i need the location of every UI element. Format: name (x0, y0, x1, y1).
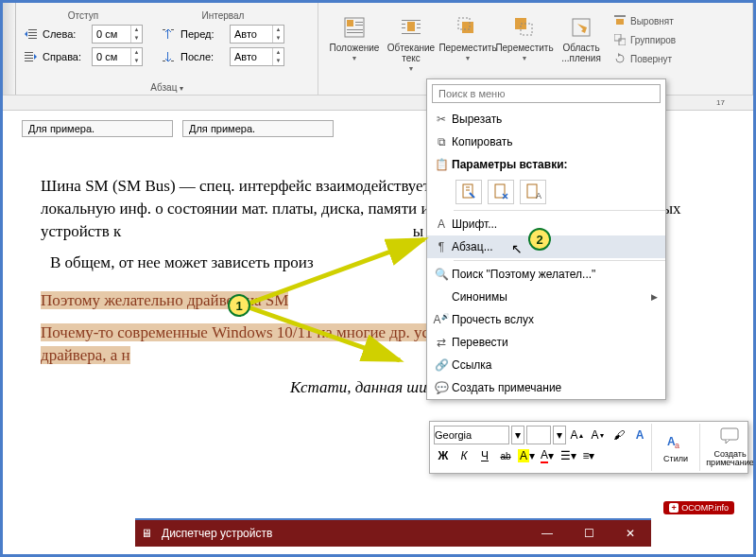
selected-text[interactable]: Поэтому желательно драйвер на SM (41, 291, 288, 309)
svg-rect-11 (167, 52, 168, 61)
styles-button[interactable]: Aa Стили (652, 424, 699, 471)
ctx-read-aloud[interactable]: A🔊 Прочесть вслух (427, 308, 665, 331)
separator (454, 210, 665, 211)
svg-rect-26 (402, 33, 421, 34)
group-button[interactable]: Группиров (610, 31, 679, 48)
svg-rect-22 (402, 24, 405, 25)
spacing-after-label: После: (180, 51, 226, 62)
spin-down-icon[interactable]: ▼ (273, 57, 284, 65)
link-icon: 🔗 (431, 358, 452, 372)
context-menu-search-input[interactable] (432, 84, 661, 103)
dropdown-icon: ▼ (408, 65, 415, 72)
spacing-before-spinner[interactable]: ▲▼ (230, 25, 284, 44)
spacing-after-icon (162, 49, 177, 64)
ctx-link[interactable]: 🔗 Ссылка (427, 354, 665, 376)
decrease-font-button[interactable]: A▼ (589, 426, 608, 444)
spacing-after-spinner[interactable]: ▲▼ (230, 47, 284, 66)
spin-up-icon[interactable]: ▲ (131, 48, 142, 57)
paste-text-only[interactable]: A (520, 180, 546, 204)
indent-right-spinner[interactable]: ▲▼ (92, 47, 143, 66)
paste-merge-formatting[interactable] (488, 180, 514, 204)
device-manager-title: Диспетчер устройств (158, 527, 526, 540)
spin-down-icon[interactable]: ▼ (273, 34, 284, 43)
spacing-before-label: Перед: (180, 28, 226, 40)
format-painter-button[interactable]: 🖌 (610, 426, 628, 444)
ctx-search-selection[interactable]: 🔍 Поиск "Поэтому желател..." (427, 263, 665, 286)
indent-right-input[interactable] (93, 51, 130, 62)
svg-rect-21 (402, 20, 421, 21)
ctx-synonyms[interactable]: Синонимы ▶ (427, 286, 665, 308)
increase-font-button[interactable]: A▲ (568, 426, 587, 444)
dropdown-icon[interactable]: ▾ (511, 426, 524, 444)
table-cell[interactable]: Для примера. (182, 120, 334, 137)
separator (454, 260, 665, 261)
minimize-button[interactable]: — (526, 519, 568, 548)
strike-button[interactable]: ab (496, 446, 515, 465)
spin-up-icon[interactable]: ▲ (273, 48, 284, 57)
svg-rect-24 (402, 27, 405, 28)
svg-rect-0 (28, 29, 37, 30)
dropdown-icon[interactable]: ▾ (553, 426, 566, 444)
italic-button[interactable]: К (455, 446, 473, 465)
spacing-before-input[interactable] (231, 28, 272, 40)
paragraph-icon: ¶ (431, 240, 452, 253)
read-aloud-icon: A🔊 (431, 313, 452, 326)
ctx-new-comment[interactable]: 💬 Создать примечание (427, 376, 665, 399)
svg-rect-15 (347, 20, 353, 26)
svg-rect-1 (28, 32, 37, 33)
paragraph-group-label[interactable]: Абзац (16, 82, 318, 93)
spin-down-icon[interactable]: ▼ (131, 34, 142, 43)
translate-icon: ⇄ (431, 336, 452, 349)
svg-rect-37 (495, 184, 505, 198)
position-icon (341, 14, 368, 41)
group-icon (613, 33, 627, 46)
indent-left-label: Слева: (43, 28, 88, 40)
indent-left-spinner[interactable]: ▲▼ (92, 25, 143, 44)
ctx-copy[interactable]: ⧉ Копировать (427, 131, 665, 153)
svg-rect-13 (171, 61, 174, 61)
clear-formatting-button[interactable]: A (630, 426, 649, 444)
spin-up-icon[interactable]: ▲ (131, 26, 142, 34)
font-name-input[interactable] (434, 426, 509, 444)
font-size-input[interactable] (526, 426, 551, 444)
spacing-after-input[interactable] (231, 51, 272, 62)
svg-rect-44 (721, 428, 738, 440)
text-wrap-icon (398, 14, 424, 41)
position-button[interactable]: Положение▼ (326, 10, 383, 95)
rotate-button[interactable]: Повернут (610, 50, 679, 67)
indent-right-icon (24, 49, 39, 64)
annotation-badge-2: 2 (528, 228, 551, 251)
spin-up-icon[interactable]: ▲ (273, 26, 284, 34)
ctx-translate[interactable]: ⇄ Перевести (427, 331, 665, 354)
svg-rect-27 (462, 22, 473, 33)
ctx-cut[interactable]: ✂ Вырезать (427, 108, 665, 131)
bullets-button[interactable]: ☰▾ (558, 446, 577, 465)
bold-button[interactable]: Ж (434, 446, 453, 465)
align-button[interactable]: Выровнят (610, 12, 679, 29)
maximize-button[interactable]: ☐ (568, 519, 610, 548)
underline-button[interactable]: Ч (475, 446, 494, 465)
font-icon: A (431, 218, 452, 231)
indent-left-input[interactable] (93, 28, 130, 40)
svg-rect-32 (614, 15, 626, 17)
bring-forward-icon (455, 14, 481, 41)
indent-title: Отступ (24, 10, 143, 21)
numbering-button[interactable]: ≡▾ (579, 446, 598, 465)
spacing-before-icon (162, 26, 177, 42)
spacing-subgroup: Интервал Перед: ▲▼ После: (162, 10, 284, 70)
svg-rect-9 (163, 29, 165, 30)
close-button[interactable]: ✕ (610, 519, 651, 548)
device-manager-titlebar: 🖥 Диспетчер устройств — ☐ ✕ (135, 518, 651, 547)
svg-rect-7 (25, 61, 33, 61)
search-icon: 🔍 (431, 268, 452, 281)
font-color-button[interactable]: A▾ (538, 446, 557, 465)
highlight-button[interactable]: A▾ (517, 446, 536, 465)
spin-down-icon[interactable]: ▼ (131, 57, 142, 65)
table-cell[interactable]: Для примера. (22, 120, 173, 137)
indent-right-label: Справа: (43, 51, 88, 62)
new-comment-button[interactable]: Создать примечание (699, 424, 756, 471)
selection-pane-icon (568, 14, 594, 41)
mini-toolbar: ▾ ▾ A▲ A▼ 🖌 A Ж К Ч ab A▾ A▾ ☰▾ ≡▾ Aa Ст… (429, 421, 748, 474)
annotation-badge-1: 1 (228, 294, 250, 317)
paste-keep-formatting[interactable] (455, 180, 482, 204)
